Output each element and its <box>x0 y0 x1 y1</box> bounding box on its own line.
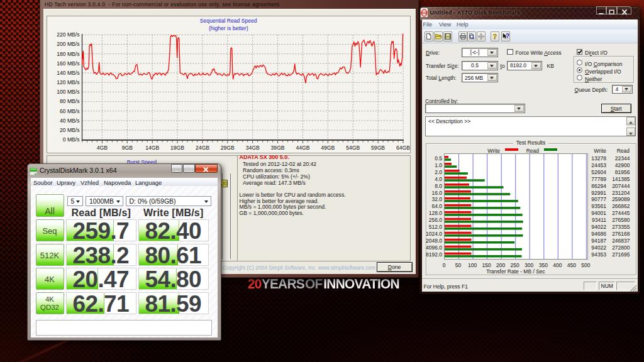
svg-text:?: ? <box>505 33 509 40</box>
svg-text:?: ? <box>492 33 497 40</box>
